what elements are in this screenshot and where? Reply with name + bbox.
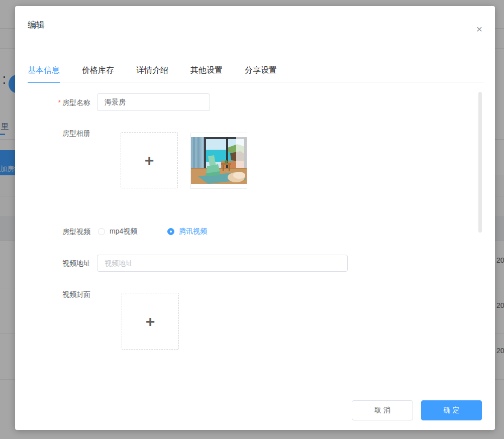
room-name-label: *房型名称	[28, 98, 90, 106]
radio-tencent-video[interactable]: 腾讯视频	[167, 227, 207, 236]
dialog-tabs: 基本信息 价格库存 详情介绍 其他设置 分享设置	[28, 65, 277, 83]
tab-other-settings[interactable]: 其他设置	[190, 65, 223, 83]
screen: 里 加房型 20 20 20 编辑 × 基本信息 价格库存 详情介绍 其他设置 …	[0, 0, 504, 439]
plus-icon: +	[145, 152, 154, 168]
close-icon[interactable]: ×	[471, 21, 487, 37]
video-cover-upload-button[interactable]: +	[122, 293, 179, 350]
room-name-input[interactable]	[97, 93, 210, 111]
dialog-scrollbar[interactable]	[478, 92, 482, 233]
radio-circle-icon	[167, 228, 174, 235]
tab-detail-intro[interactable]: 详情介绍	[136, 65, 168, 83]
plus-icon: +	[146, 313, 155, 330]
confirm-button[interactable]: 确 定	[421, 400, 482, 420]
album-upload-button[interactable]: +	[121, 132, 178, 188]
sea-view-room-photo[interactable]	[190, 133, 247, 189]
dialog-title: 编辑	[28, 19, 45, 31]
room-photo-image	[191, 133, 247, 188]
tab-price-stock[interactable]: 价格库存	[82, 65, 114, 83]
radio-label: 腾讯视频	[179, 227, 207, 236]
required-asterisk: *	[58, 98, 61, 106]
room-video-label: 房型视频	[28, 228, 90, 237]
tab-basic-info[interactable]: 基本信息	[28, 65, 60, 83]
edit-dialog: 编辑 × 基本信息 价格库存 详情介绍 其他设置 分享设置 *房型名称 房型相册…	[15, 6, 495, 430]
tab-share-settings[interactable]: 分享设置	[245, 65, 277, 83]
video-url-input[interactable]	[97, 255, 348, 272]
radio-label: mp4视频	[110, 227, 137, 236]
cancel-button[interactable]: 取 消	[352, 400, 413, 420]
radio-circle-icon	[98, 228, 105, 235]
room-album-label: 房型相册	[28, 129, 90, 138]
radio-mp4-video[interactable]: mp4视频	[98, 227, 137, 236]
video-url-label: 视频地址	[28, 259, 90, 268]
video-cover-label: 视频封面	[28, 290, 90, 299]
tabs-divider	[28, 82, 483, 82]
